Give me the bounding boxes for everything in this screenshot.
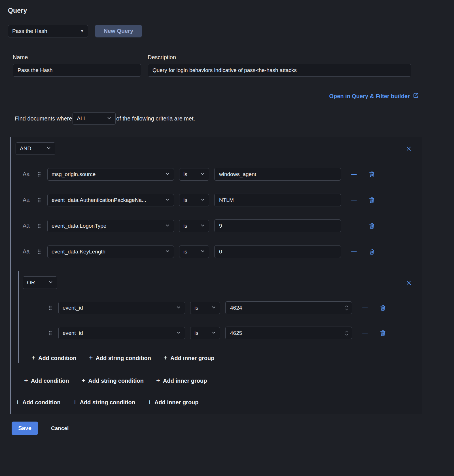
value-input[interactable] — [214, 194, 341, 206]
value-input[interactable] — [214, 168, 341, 181]
new-query-button[interactable]: New Query — [95, 25, 142, 37]
plus-icon: + — [156, 377, 160, 384]
value-input[interactable] — [225, 327, 352, 339]
add-condition-icon[interactable] — [351, 248, 357, 255]
external-link-icon — [413, 92, 419, 100]
divider — [0, 44, 454, 44]
divider — [33, 223, 33, 229]
chevron-down-icon — [200, 223, 205, 229]
description-input[interactable] — [148, 64, 411, 77]
saved-query-select[interactable]: Pass the Hash ▼ — [8, 25, 88, 37]
field-select[interactable]: event_id — [58, 327, 185, 339]
save-button[interactable]: Save — [12, 422, 38, 435]
add-condition-button[interactable]: + Add condition — [24, 377, 69, 384]
remove-group-icon[interactable] — [406, 280, 412, 286]
value-input[interactable] — [214, 219, 341, 232]
delete-condition-icon[interactable] — [369, 223, 375, 229]
saved-query-select-value: Pass the Hash — [12, 28, 47, 34]
drag-handle-icon[interactable] — [37, 223, 41, 229]
add-condition-button[interactable]: + Add condition — [16, 399, 60, 406]
add-condition-label: Add condition — [22, 399, 60, 406]
add-inner-group-button[interactable]: + Add inner group — [148, 399, 199, 406]
field-select[interactable]: event_id — [58, 302, 185, 314]
number-stepper-icon[interactable] — [345, 305, 348, 310]
operator-select-value: is — [183, 171, 187, 177]
add-condition-icon[interactable] — [362, 330, 368, 337]
chevron-down-icon — [176, 330, 181, 336]
add-string-condition-button[interactable]: + Add string condition — [89, 355, 151, 361]
and-group: AND Aa msg_origin.source is — [10, 137, 422, 414]
add-condition-icon[interactable] — [351, 197, 357, 204]
group-operator-value: OR — [27, 280, 35, 286]
field-select[interactable]: event_data.KeyLength — [47, 246, 174, 258]
or-group-actions: + Add condition + Add string condition +… — [18, 355, 422, 361]
divider — [33, 249, 33, 255]
value-input[interactable] — [225, 301, 352, 314]
field-select-value: event_id — [63, 305, 83, 311]
description-field-group: Description — [148, 54, 411, 77]
operator-select[interactable]: is — [190, 302, 220, 314]
drag-handle-icon[interactable] — [48, 305, 52, 311]
operator-select[interactable]: is — [179, 194, 209, 206]
group-operator-select[interactable]: OR — [23, 276, 57, 289]
query-meta-form: Name Description — [13, 54, 446, 77]
add-condition-label: Add condition — [31, 378, 69, 384]
add-inner-group-label: Add inner group — [154, 399, 199, 406]
name-label: Name — [13, 54, 141, 61]
condition-row: Aa event_data.KeyLength is — [10, 245, 422, 258]
field-select[interactable]: event_data.LogonType — [47, 220, 174, 232]
divider — [33, 197, 33, 203]
root-group-actions: + Add condition + Add string condition +… — [10, 399, 422, 406]
drag-handle-icon[interactable] — [48, 330, 52, 336]
add-inner-group-button[interactable]: + Add inner group — [156, 377, 207, 384]
operator-select[interactable]: is — [179, 168, 209, 181]
field-select[interactable]: event_data.AuthenticationPackageNa... — [47, 194, 174, 206]
delete-condition-icon[interactable] — [369, 197, 375, 204]
condition-row: Aa event_data.LogonType is — [10, 219, 422, 232]
delete-condition-icon[interactable] — [369, 171, 375, 178]
divider — [33, 171, 33, 177]
add-condition-icon[interactable] — [362, 304, 368, 311]
and-group-actions: + Add condition + Add string condition +… — [10, 377, 422, 384]
criteria-row: Find documents where ALL of the followin… — [15, 112, 446, 125]
operator-select-value: is — [194, 305, 198, 311]
drag-handle-icon[interactable] — [37, 172, 41, 177]
and-group-header: AND — [10, 142, 422, 155]
open-query-filter-builder-link[interactable]: Open in Query & Filter builder — [329, 92, 419, 100]
value-input[interactable] — [214, 245, 341, 258]
delete-condition-icon[interactable] — [380, 304, 386, 311]
add-inner-group-label: Add inner group — [163, 378, 207, 384]
operator-select[interactable]: is — [190, 327, 220, 339]
group-operator-select[interactable]: AND — [16, 142, 55, 155]
operator-select[interactable]: is — [179, 246, 209, 258]
footer-actions: Save Cancel — [12, 422, 446, 435]
add-condition-button[interactable]: + Add condition — [31, 355, 76, 361]
drag-handle-icon[interactable] — [37, 249, 41, 255]
field-select[interactable]: msg_origin.source — [47, 168, 174, 181]
plus-icon: + — [89, 354, 93, 361]
string-condition-icon: Aa — [23, 171, 32, 177]
condition-row: Aa event_data.AuthenticationPackageNa...… — [10, 194, 422, 206]
delete-condition-icon[interactable] — [380, 330, 386, 337]
number-stepper-icon[interactable] — [345, 330, 348, 336]
field-select-value: event_data.AuthenticationPackageNa... — [52, 197, 146, 203]
page-title: Query — [8, 7, 446, 14]
add-string-condition-button[interactable]: + Add string condition — [73, 399, 135, 406]
add-inner-group-button[interactable]: + Add inner group — [164, 355, 215, 361]
add-condition-icon[interactable] — [351, 223, 357, 229]
add-condition-icon[interactable] — [351, 171, 357, 178]
delete-condition-icon[interactable] — [369, 248, 375, 255]
operator-select-value: is — [194, 330, 198, 336]
add-string-condition-button[interactable]: + Add string condition — [81, 377, 144, 384]
condition-row: event_id is — [18, 327, 422, 339]
plus-icon: + — [24, 377, 28, 384]
drag-handle-icon[interactable] — [37, 197, 41, 203]
add-string-condition-label: Add string condition — [96, 355, 151, 361]
match-all-select[interactable]: ALL — [73, 112, 116, 125]
criteria-suffix: of the following criteria are met. — [116, 115, 195, 122]
cancel-button[interactable]: Cancel — [51, 425, 69, 431]
or-group-header: OR — [18, 276, 422, 289]
name-input[interactable] — [13, 64, 141, 77]
remove-group-icon[interactable] — [406, 145, 412, 152]
operator-select[interactable]: is — [179, 220, 209, 232]
